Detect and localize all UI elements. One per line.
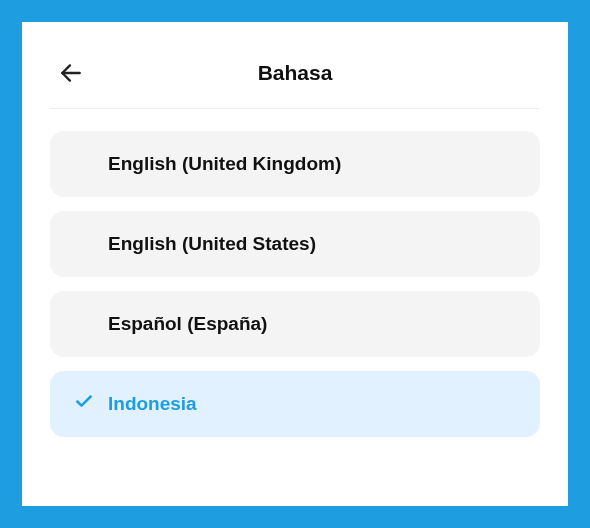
back-button[interactable]	[54, 56, 88, 90]
language-settings-card: Bahasa English (United Kingdom) English …	[22, 22, 568, 506]
page-title: Bahasa	[88, 61, 502, 85]
check-icon	[74, 392, 94, 417]
language-option-id[interactable]: Indonesia	[50, 371, 540, 437]
language-option-es-es[interactable]: Español (España)	[50, 291, 540, 357]
language-option-en-gb[interactable]: English (United Kingdom)	[50, 131, 540, 197]
language-label: Indonesia	[108, 393, 197, 414]
language-label: English (United Kingdom)	[108, 153, 341, 174]
language-list: English (United Kingdom) English (United…	[50, 131, 540, 437]
language-label: Español (España)	[108, 313, 267, 334]
back-arrow-icon	[58, 60, 84, 86]
language-label: English (United States)	[108, 233, 316, 254]
header: Bahasa	[50, 50, 540, 109]
language-option-en-us[interactable]: English (United States)	[50, 211, 540, 277]
